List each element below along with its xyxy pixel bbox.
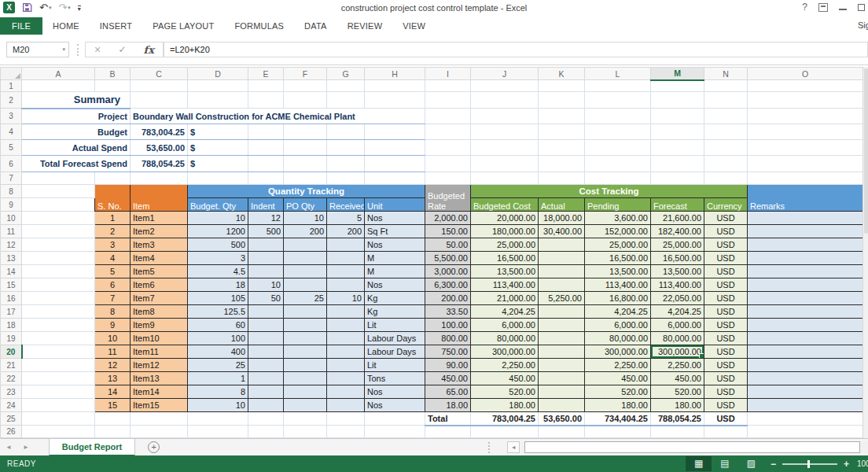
- cell[interactable]: [539, 92, 585, 109]
- cell[interactable]: [327, 124, 365, 140]
- cell-forecast[interactable]: 520.00: [651, 385, 704, 399]
- cell-item[interactable]: Item7: [131, 292, 188, 305]
- cell[interactable]: [651, 92, 704, 109]
- summary-unit[interactable]: $: [188, 124, 248, 140]
- cell-sno[interactable]: 12: [95, 359, 131, 372]
- cell-forecast[interactable]: 4,204.25: [651, 305, 704, 319]
- cell[interactable]: [131, 412, 188, 426]
- cell[interactable]: [22, 292, 95, 305]
- normal-view-icon[interactable]: ▦: [686, 456, 712, 471]
- cell[interactable]: [585, 426, 651, 438]
- header-remarks[interactable]: Remarks: [748, 185, 863, 212]
- ribbon-tab-file[interactable]: FILE: [0, 17, 42, 35]
- ribbon-tab-view[interactable]: VIEW: [392, 17, 436, 35]
- cell[interactable]: [365, 412, 425, 426]
- cell-forecast[interactable]: 21,600.00: [651, 212, 704, 225]
- row-header-21[interactable]: 21: [1, 359, 22, 372]
- cell[interactable]: 1200: [188, 225, 248, 238]
- cell[interactable]: [539, 140, 585, 156]
- summary-unit[interactable]: $: [188, 156, 248, 172]
- minimize-icon[interactable]: [839, 4, 847, 10]
- cell[interactable]: [365, 140, 425, 156]
- cell-sno[interactable]: 11: [95, 345, 131, 359]
- cell[interactable]: 16,500.00: [585, 252, 651, 265]
- cell-unit[interactable]: M: [365, 265, 425, 278]
- cell-unit[interactable]: Lit: [365, 359, 425, 372]
- cell[interactable]: 25,000.00: [471, 238, 539, 252]
- cell[interactable]: [748, 92, 863, 109]
- cell[interactable]: [22, 238, 95, 252]
- row-header-25[interactable]: 25: [1, 412, 22, 426]
- cell[interactable]: [539, 399, 585, 412]
- cell[interactable]: [327, 319, 365, 332]
- cell[interactable]: [704, 172, 748, 185]
- subheader-actual[interactable]: Actual: [539, 198, 585, 212]
- cell-unit[interactable]: Nos: [365, 385, 425, 399]
- zoom-slider-thumb[interactable]: [807, 460, 810, 468]
- cell[interactable]: 4,204.25: [471, 305, 539, 319]
- cell[interactable]: 3,600.00: [585, 212, 651, 225]
- cell[interactable]: [471, 80, 539, 92]
- cell[interactable]: [284, 345, 327, 359]
- row-header-17[interactable]: 17: [1, 305, 22, 319]
- row-header-24[interactable]: 24: [1, 399, 22, 412]
- cell-item[interactable]: Item1: [131, 212, 188, 225]
- cell[interactable]: [748, 80, 863, 92]
- cell-unit[interactable]: Nos: [365, 399, 425, 412]
- cell[interactable]: [365, 426, 425, 438]
- cell[interactable]: [539, 372, 585, 385]
- cell[interactable]: [284, 140, 327, 156]
- cell[interactable]: [327, 92, 365, 109]
- cell[interactable]: [22, 399, 95, 412]
- sheet-nav-left-icon[interactable]: ◄: [0, 444, 17, 451]
- cell[interactable]: [22, 359, 95, 372]
- row-header-11[interactable]: 11: [1, 225, 22, 238]
- cell[interactable]: [327, 385, 365, 399]
- cell[interactable]: [365, 156, 425, 172]
- cell[interactable]: 13,500.00: [471, 265, 539, 278]
- cell[interactable]: [651, 426, 704, 438]
- page-break-view-icon[interactable]: ▨: [738, 456, 764, 471]
- cell[interactable]: [248, 172, 284, 185]
- cell[interactable]: 21,000.00: [471, 292, 539, 305]
- cell-forecast[interactable]: 22,050.00: [651, 292, 704, 305]
- cell-sno[interactable]: 6: [95, 278, 131, 292]
- cell[interactable]: 180.00: [471, 399, 539, 412]
- cell-remarks[interactable]: [748, 345, 863, 359]
- subheader-received[interactable]: Received: [327, 198, 365, 212]
- cell[interactable]: [651, 156, 704, 172]
- cell[interactable]: [188, 172, 248, 185]
- cell[interactable]: [748, 172, 863, 185]
- cell[interactable]: 113,400.00: [585, 278, 651, 292]
- cell[interactable]: [327, 399, 365, 412]
- formula-input[interactable]: =L20+K20: [164, 42, 868, 57]
- cell[interactable]: [651, 80, 704, 92]
- cell[interactable]: [248, 124, 284, 140]
- cell[interactable]: 80,000.00: [585, 332, 651, 345]
- cell[interactable]: [248, 332, 284, 345]
- cell[interactable]: 10: [327, 292, 365, 305]
- row-header-4[interactable]: 4: [1, 124, 22, 140]
- cell-currency[interactable]: USD: [704, 359, 748, 372]
- cell[interactable]: [425, 172, 471, 185]
- subheader-indent[interactable]: Indent: [248, 198, 284, 212]
- row-header-8[interactable]: 8: [1, 185, 22, 198]
- cell[interactable]: 1: [188, 372, 248, 385]
- column-header-C[interactable]: C: [131, 68, 188, 80]
- cell[interactable]: [327, 238, 365, 252]
- cell[interactable]: [539, 124, 585, 140]
- column-header-E[interactable]: E: [248, 68, 284, 80]
- cell[interactable]: 25: [188, 359, 248, 372]
- cell[interactable]: [188, 92, 248, 109]
- cell[interactable]: [131, 172, 188, 185]
- cell[interactable]: [95, 412, 131, 426]
- cell-item[interactable]: Item11: [131, 345, 188, 359]
- cell[interactable]: [22, 332, 95, 345]
- cell[interactable]: [327, 252, 365, 265]
- cell[interactable]: [748, 412, 863, 426]
- cell-rate[interactable]: 450.00: [425, 372, 471, 385]
- cell[interactable]: [539, 278, 585, 292]
- cell-currency[interactable]: USD: [704, 265, 748, 278]
- cell[interactable]: [284, 399, 327, 412]
- cell[interactable]: [327, 140, 365, 156]
